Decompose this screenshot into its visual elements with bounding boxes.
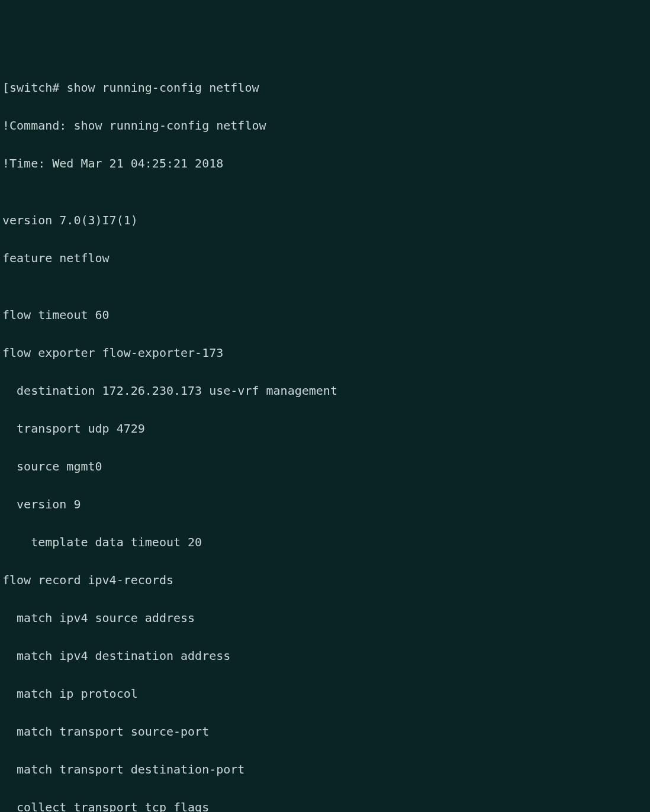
output-feature: feature netflow — [2, 249, 650, 268]
output-record-match: match ip protocol — [2, 684, 650, 703]
output-version: version 7.0(3)I7(1) — [2, 211, 650, 230]
output-record-match: match transport source-port — [2, 722, 650, 741]
command-prompt-line[interactable]: [switch# show running-config netflow — [2, 80, 259, 95]
output-record-match: match ipv4 source address — [2, 608, 650, 627]
output-record-collect: collect transport tcp flags — [2, 798, 650, 812]
output-exporter-transport: transport udp 4729 — [2, 419, 650, 438]
entered-command: show running-config netflow — [66, 80, 259, 95]
output-exporter-version: version 9 — [2, 495, 650, 514]
prompt-bracket: [ — [2, 80, 9, 95]
output-exporter-template: template data timeout 20 — [2, 533, 650, 552]
output-meta-command: !Command: show running-config netflow — [2, 116, 650, 135]
output-flow-timeout: flow timeout 60 — [2, 305, 650, 324]
output-record-match: match transport destination-port — [2, 760, 650, 779]
output-record-header: flow record ipv4-records — [2, 571, 650, 589]
output-record-match: match ipv4 destination address — [2, 646, 650, 665]
output-exporter-source: source mgmt0 — [2, 457, 650, 476]
output-exporter-header: flow exporter flow-exporter-173 — [2, 343, 650, 362]
output-exporter-destination: destination 172.26.230.173 use-vrf manag… — [2, 381, 650, 400]
prompt-host: switch# — [9, 80, 66, 95]
output-meta-time: !Time: Wed Mar 21 04:25:21 2018 — [2, 154, 650, 173]
